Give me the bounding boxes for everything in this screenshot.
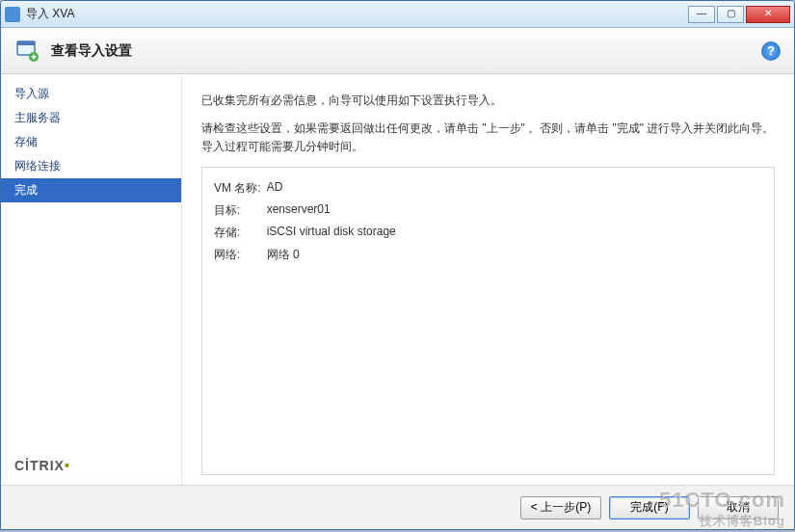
- table-row: 网络: 网络 0: [214, 244, 402, 266]
- prev-button[interactable]: < 上一步(P): [520, 496, 601, 519]
- close-button[interactable]: ✕: [746, 6, 790, 23]
- summary-table: VM 名称: AD 目标: xenserver01 存储: iSCSI virt…: [214, 177, 402, 266]
- svg-rect-1: [17, 41, 35, 45]
- citrix-logo: CİTRIX•: [1, 458, 181, 485]
- instructions-text: 请检查这些设置，如果需要返回做出任何更改，请单击 "上一步" 。否则，请单击 "…: [201, 120, 775, 156]
- summary-label-target: 目标:: [214, 200, 267, 222]
- minimize-button[interactable]: —: [688, 6, 715, 23]
- sidebar-item-source[interactable]: 导入源: [1, 82, 181, 106]
- sidebar-item-finish[interactable]: 完成: [1, 178, 181, 202]
- summary-value-target: xenserver01: [267, 200, 402, 222]
- window-title: 导入 XVA: [26, 6, 74, 22]
- titlebar: 导入 XVA — ▢ ✕: [1, 1, 794, 28]
- wizard-heading: 查看导入设置: [51, 42, 132, 60]
- summary-box: VM 名称: AD 目标: xenserver01 存储: iSCSI virt…: [201, 167, 775, 475]
- wizard-sidebar: 导入源 主服务器 存储 网络连接 完成 CİTRIX•: [1, 74, 182, 485]
- sidebar-item-network[interactable]: 网络连接: [1, 154, 181, 178]
- table-row: 存储: iSCSI virtual disk storage: [214, 222, 402, 244]
- summary-value-storage: iSCSI virtual disk storage: [267, 222, 402, 244]
- app-icon: [5, 7, 20, 22]
- intro-text: 已收集完所有必需信息，向导可以使用如下设置执行导入。: [201, 92, 775, 110]
- summary-label-vmname: VM 名称:: [214, 177, 267, 200]
- import-wizard-window: 导入 XVA — ▢ ✕ 查看导入设置 ? 导入源 主服务器 存储 网络连接 完…: [0, 0, 795, 530]
- table-row: VM 名称: AD: [214, 177, 402, 200]
- maximize-button[interactable]: ▢: [717, 6, 744, 23]
- table-row: 目标: xenserver01: [214, 200, 402, 222]
- finish-button[interactable]: 完成(F): [609, 496, 690, 519]
- wizard-header: 查看导入设置 ?: [1, 28, 794, 74]
- wizard-content: 已收集完所有必需信息，向导可以使用如下设置执行导入。 请检查这些设置，如果需要返…: [182, 74, 794, 485]
- wizard-body: 导入源 主服务器 存储 网络连接 完成 CİTRIX• 已收集完所有必需信息，向…: [1, 74, 794, 485]
- summary-label-network: 网络:: [214, 244, 267, 266]
- wizard-footer: < 上一步(P) 完成(F) 取消: [1, 485, 794, 529]
- summary-value-vmname: AD: [267, 177, 402, 200]
- sidebar-item-storage[interactable]: 存储: [1, 130, 181, 154]
- sidebar-item-host[interactable]: 主服务器: [1, 106, 181, 130]
- summary-label-storage: 存储:: [214, 222, 267, 244]
- help-icon[interactable]: ?: [761, 41, 781, 61]
- summary-value-network: 网络 0: [267, 244, 402, 266]
- cancel-button[interactable]: 取消: [698, 496, 779, 519]
- wizard-icon: [14, 38, 41, 65]
